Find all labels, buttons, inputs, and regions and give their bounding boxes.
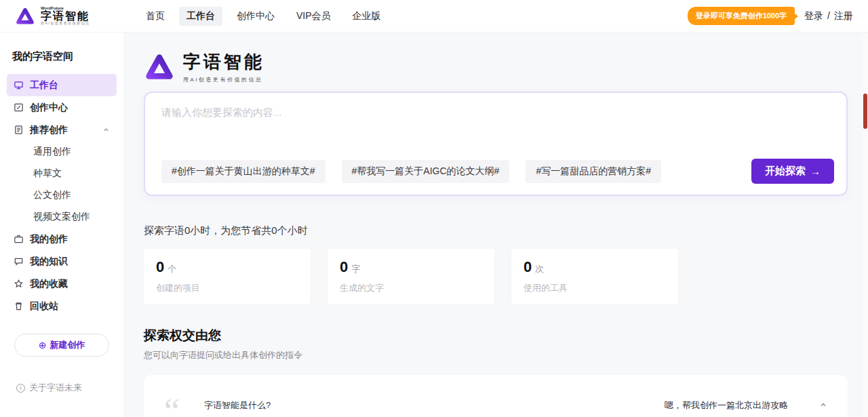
- sidebar-item-label: 工作台: [30, 79, 58, 92]
- quote-icon: “: [164, 405, 176, 417]
- search-input[interactable]: [161, 106, 830, 150]
- explore-section: 探索权交由您 您可以向字语提问或给出具体创作的指令 “ 字语智能是什么? 嗯，帮…: [144, 327, 848, 417]
- main-nav: 首页 工作台 创作中心 VIP会员 企业版: [138, 7, 389, 26]
- brand-text: WordFuture 字语智能 用AI创造更有价值的信息: [41, 6, 90, 25]
- stat-card-words: 0字 生成的文字: [328, 249, 494, 304]
- briefcase-icon: [14, 234, 24, 244]
- login-separator: /: [827, 10, 830, 22]
- explore-section-title: 探索权交由您: [144, 327, 848, 344]
- brand-name: 字语智能: [41, 11, 90, 22]
- nav-item-home[interactable]: 首页: [138, 7, 172, 26]
- sidebar-subitem-official[interactable]: 公文创作: [7, 184, 117, 206]
- start-explore-label: 开始探索: [765, 165, 806, 178]
- brand-tagline: 用AI创造更有价值的信息: [41, 22, 90, 25]
- new-creation-button[interactable]: ⊕ 新建创作: [14, 334, 109, 357]
- suggestion-chips: #创作一篇关于黄山出游的种草文# #帮我写一篇关于AIGC的论文大纲# #写一篇…: [161, 159, 834, 184]
- sidebar-item-recycle-bin[interactable]: 回收站: [7, 295, 117, 317]
- start-explore-button[interactable]: 开始探索 →: [751, 159, 834, 184]
- about-link[interactable]: i 关于字语未来: [16, 382, 82, 394]
- header-right: 登录即可享免费创作1000字 登录 / 注册: [688, 7, 853, 25]
- sidebar-item-label: 创作中心: [30, 102, 68, 114]
- stat-label: 生成的文字: [340, 282, 482, 294]
- sidebar: 我的字语空间 工作台 创作中心 推荐创作 通用创作 种草文 公文创作 视频文案创…: [0, 33, 123, 417]
- pencil-screen-icon: [14, 102, 24, 113]
- plus-circle-icon: ⊕: [39, 340, 47, 351]
- stat-unit: 次: [535, 264, 544, 274]
- stat-label: 使用的工具: [524, 282, 666, 294]
- stat-value: 0个: [156, 258, 298, 276]
- suggestion-chip-huangshan[interactable]: #创作一篇关于黄山出游的种草文#: [161, 160, 326, 183]
- register-link[interactable]: 注册: [834, 10, 853, 22]
- sidebar-item-my-works[interactable]: 我的创作: [7, 228, 117, 250]
- scrollbar-thumb[interactable]: [863, 94, 867, 129]
- suggestion-chip-aigc[interactable]: #帮我写一篇关于AIGC的论文大纲#: [342, 160, 510, 183]
- qa-question: 字语智能是什么?: [204, 399, 271, 412]
- arrow-right-icon: →: [810, 165, 821, 177]
- sidebar-subitem-video-copy[interactable]: 视频文案创作: [7, 206, 117, 228]
- promo-button[interactable]: 登录即可享免费创作1000字: [688, 7, 795, 25]
- brand-triangle-icon: [15, 6, 35, 26]
- stat-unit: 字: [351, 264, 360, 274]
- stat-card-tools: 0次 使用的工具: [511, 249, 678, 304]
- sidebar-item-recommended[interactable]: 推荐创作: [7, 119, 117, 141]
- sidebar-subitem-seeding[interactable]: 种草文: [7, 163, 117, 184]
- hero-logo: 字语智能 用AI创造更有价值的信息: [144, 50, 848, 83]
- new-creation-label: 新建创作: [50, 339, 85, 351]
- qa-answer[interactable]: 嗯，帮我创作一篇北京出游攻略: [665, 399, 788, 412]
- stat-card-projects: 0个 创建的项目: [144, 249, 311, 304]
- nav-item-creation-center[interactable]: 创作中心: [229, 7, 282, 26]
- hero-triangle-icon: [144, 52, 175, 83]
- brand-logo[interactable]: WordFuture 字语智能 用AI创造更有价值的信息: [15, 6, 129, 26]
- sidebar-item-workspace[interactable]: 工作台: [7, 74, 117, 96]
- sidebar-item-label: 我的创作: [30, 233, 68, 245]
- sidebar-item-my-knowledge[interactable]: 我的知识: [7, 250, 117, 273]
- search-card: #创作一篇关于黄山出游的种草文# #帮我写一篇关于AIGC的论文大纲# #写一篇…: [144, 92, 848, 196]
- stat-unit: 个: [167, 264, 176, 274]
- star-icon: [14, 279, 24, 289]
- sidebar-item-creation-center[interactable]: 创作中心: [7, 96, 117, 119]
- sidebar-item-label: 我的知识: [30, 256, 68, 268]
- stat-value: 0字: [340, 258, 482, 276]
- document-icon: [14, 125, 24, 135]
- about-label: 关于字语未来: [29, 382, 82, 394]
- stat-cards: 0个 创建的项目 0字 生成的文字 0次 使用的工具: [144, 249, 848, 304]
- stat-label: 创建的项目: [156, 282, 298, 294]
- stats-summary: 探索字语0小时，为您节省共0个小时: [144, 224, 848, 237]
- trash-icon: [14, 301, 24, 311]
- login-link[interactable]: 登录: [804, 10, 823, 22]
- qa-example-card: “ 字语智能是什么? 嗯，帮我创作一篇北京出游攻略: [144, 375, 848, 417]
- login-register[interactable]: 登录 / 注册: [804, 10, 853, 22]
- sidebar-item-my-favorites[interactable]: 我的收藏: [7, 273, 117, 295]
- scrollbar-track[interactable]: [863, 33, 868, 417]
- nav-item-workspace[interactable]: 工作台: [179, 7, 222, 26]
- sidebar-item-label: 我的收藏: [30, 278, 68, 290]
- stat-value: 0次: [524, 258, 666, 276]
- sidebar-item-label: 推荐创作: [30, 124, 68, 136]
- chevron-up-icon[interactable]: [819, 399, 827, 412]
- main-content: 字语智能 用AI创造更有价值的信息 #创作一篇关于黄山出游的种草文# #帮我写一…: [123, 33, 868, 417]
- sidebar-item-label: 回收站: [30, 300, 58, 313]
- nav-item-vip[interactable]: VIP会员: [289, 7, 338, 26]
- monitor-icon: [14, 80, 24, 90]
- suggestion-chip-dessert[interactable]: #写一篇甜品店的营销方案#: [526, 160, 661, 183]
- sidebar-subitem-general[interactable]: 通用创作: [7, 141, 117, 163]
- explore-section-subtitle: 您可以向字语提问或给出具体创作的指令: [144, 349, 848, 361]
- chevron-up-icon[interactable]: [102, 125, 110, 136]
- sidebar-title: 我的字语空间: [12, 50, 111, 63]
- hero-title: 字语智能: [183, 50, 264, 74]
- nav-item-enterprise[interactable]: 企业版: [345, 7, 389, 26]
- top-navbar: WordFuture 字语智能 用AI创造更有价值的信息 首页 工作台 创作中心…: [0, 0, 868, 33]
- hero-subtitle: 用AI创造更有价值的信息: [183, 76, 264, 83]
- info-icon: i: [16, 384, 25, 393]
- chat-bubble-icon: [14, 256, 24, 266]
